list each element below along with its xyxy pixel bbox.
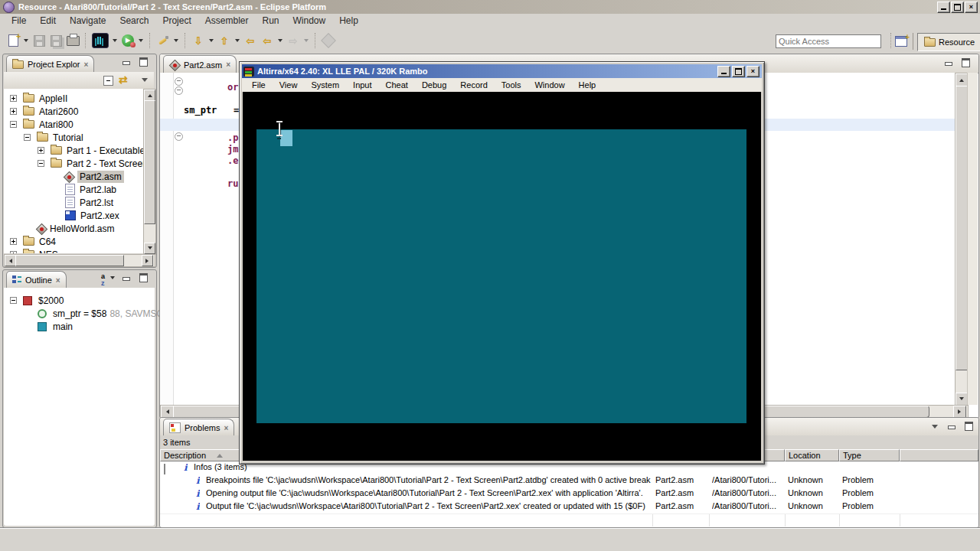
tree-item[interactable]: NES	[10, 248, 58, 253]
menu-search[interactable]: Search	[113, 15, 155, 27]
outline-item[interactable]: sm_ptr = $5888, SAVMSC	[38, 307, 163, 320]
scroll-up-button[interactable]	[144, 90, 155, 101]
column-header-type[interactable]: Type	[839, 449, 900, 461]
menu-help[interactable]: Help	[332, 15, 365, 27]
tree-item[interactable]: Part2.lab	[65, 183, 116, 196]
expand-icon[interactable]	[10, 238, 17, 245]
altirra-menu-debug[interactable]: Debug	[415, 80, 453, 90]
maximize-view-button[interactable]	[137, 272, 149, 283]
print-button[interactable]	[64, 32, 81, 49]
resource-perspective-button[interactable]: Resource	[917, 33, 980, 51]
outline-item[interactable]: $2000	[10, 294, 64, 307]
altirra-menu-cheat[interactable]: Cheat	[379, 80, 415, 90]
menu-assembler[interactable]: Assembler	[198, 15, 256, 27]
altirra-menu-record[interactable]: Record	[453, 80, 494, 90]
maximize-view-button[interactable]	[962, 421, 975, 432]
menu-edit[interactable]: Edit	[33, 15, 63, 27]
expand-icon[interactable]	[10, 251, 17, 253]
minimize-view-button[interactable]	[120, 273, 132, 284]
forward-button[interactable]: ⇨	[285, 32, 302, 49]
next-annotation-dropdown[interactable]	[209, 39, 214, 42]
view-menu-button[interactable]	[142, 78, 148, 82]
previous-annotation-dropdown[interactable]	[235, 39, 240, 42]
tree-horizontal-scrollbar[interactable]	[4, 254, 155, 267]
quick-access-input[interactable]	[776, 34, 881, 48]
altirra-menu-system[interactable]: System	[304, 80, 346, 90]
tree-item[interactable]: Atari2600	[10, 105, 78, 118]
project-explorer-tab[interactable]: Project Explor ×	[6, 55, 94, 73]
tree-item[interactable]: Atari800	[10, 118, 74, 131]
expand-icon[interactable]	[10, 108, 17, 115]
problem-row[interactable]: i Breakpoints file 'C:\jac\wudsn\Workspa…	[160, 474, 978, 488]
menu-window[interactable]: Window	[286, 15, 333, 27]
run-emulator-dropdown[interactable]	[113, 39, 117, 42]
close-icon[interactable]: ×	[226, 60, 230, 69]
tree-item[interactable]: C64	[10, 235, 56, 248]
external-tools-button[interactable]	[155, 32, 172, 49]
scroll-right-button[interactable]	[953, 406, 966, 418]
tree-item[interactable]: Part 2 - Text Screen	[38, 157, 143, 170]
open-perspective-button[interactable]: +	[893, 33, 910, 50]
window-close-button[interactable]: ×	[965, 2, 978, 13]
outline-item[interactable]: main	[38, 320, 73, 333]
tree-item[interactable]: Part2.xex	[65, 209, 119, 222]
minimize-view-button[interactable]	[946, 422, 958, 432]
close-icon[interactable]: ×	[224, 424, 228, 432]
save-all-button[interactable]	[47, 32, 64, 49]
fold-marker-icon[interactable]	[175, 86, 183, 95]
altirra-menu-input[interactable]: Input	[346, 80, 378, 90]
problems-tab[interactable]: Problems ×	[163, 419, 234, 436]
altirra-menu-help[interactable]: Help	[572, 80, 603, 90]
collapse-icon[interactable]	[24, 134, 31, 141]
collapse-icon[interactable]	[10, 121, 17, 128]
tree-vertical-scrollbar[interactable]	[143, 89, 156, 255]
scroll-down-button[interactable]	[956, 393, 968, 406]
next-annotation-button[interactable]: ⇩	[190, 32, 207, 49]
problem-row[interactable]: i Output file 'C:\jac\wudsn\Workspace\At…	[160, 500, 978, 514]
scrollbar-thumb[interactable]	[15, 255, 124, 266]
sort-button[interactable]: az	[101, 273, 105, 287]
tree-item-selected[interactable]: Part2.asm	[64, 170, 124, 183]
window-restore-button[interactable]	[951, 2, 964, 13]
scrollbar-thumb[interactable]	[144, 100, 155, 224]
external-tools-dropdown[interactable]	[174, 39, 178, 42]
view-menu-button[interactable]	[932, 425, 938, 429]
scroll-left-button[interactable]	[161, 406, 174, 418]
altirra-window[interactable]: Altirra/x64 2.40: XL LLE PAL / 320K Ramb…	[239, 61, 765, 465]
back-button[interactable]: ⇦	[259, 32, 276, 49]
collapse-icon[interactable]	[38, 160, 44, 167]
minimize-view-button[interactable]	[120, 57, 132, 68]
outline-tab[interactable]: Outline ×	[6, 271, 67, 289]
tree-item[interactable]: Part 1 - Executables	[38, 144, 143, 157]
altirra-menu-tools[interactable]: Tools	[495, 80, 528, 90]
altirra-maximize-button[interactable]	[732, 66, 745, 77]
save-button[interactable]	[31, 32, 47, 49]
window-minimize-button[interactable]	[937, 2, 950, 13]
altirra-menu-view[interactable]: View	[273, 80, 305, 90]
fold-marker-icon[interactable]	[175, 77, 183, 86]
expand-icon[interactable]	[10, 95, 17, 102]
emulator-display[interactable]	[243, 92, 761, 461]
minimize-editor-button[interactable]	[942, 58, 955, 69]
altirra-menu-file[interactable]: File	[245, 80, 273, 90]
menu-project[interactable]: Project	[155, 15, 198, 27]
scroll-up-button[interactable]	[956, 73, 968, 86]
maximize-view-button[interactable]	[137, 57, 149, 67]
run-button[interactable]: ▶	[119, 32, 136, 49]
scroll-left-button[interactable]	[5, 255, 16, 266]
scroll-down-button[interactable]	[144, 243, 155, 254]
altirra-close-button[interactable]: ×	[746, 66, 760, 77]
menu-run[interactable]: Run	[255, 15, 286, 27]
new-wizard-dropdown[interactable]	[24, 39, 28, 42]
collapse-all-button[interactable]	[103, 76, 113, 86]
back-dropdown[interactable]	[278, 39, 283, 42]
pin-editor-button[interactable]	[320, 32, 337, 49]
tree-item[interactable]: AppleII	[10, 92, 67, 105]
close-icon[interactable]: ×	[83, 60, 88, 69]
run-emulator-button[interactable]	[90, 32, 110, 49]
column-header-location[interactable]: Location	[785, 449, 839, 461]
forward-dropdown[interactable]	[304, 39, 309, 42]
tree-item[interactable]: Tutorial	[24, 131, 83, 144]
collapse-icon[interactable]	[10, 297, 17, 304]
close-icon[interactable]: ×	[56, 276, 60, 285]
